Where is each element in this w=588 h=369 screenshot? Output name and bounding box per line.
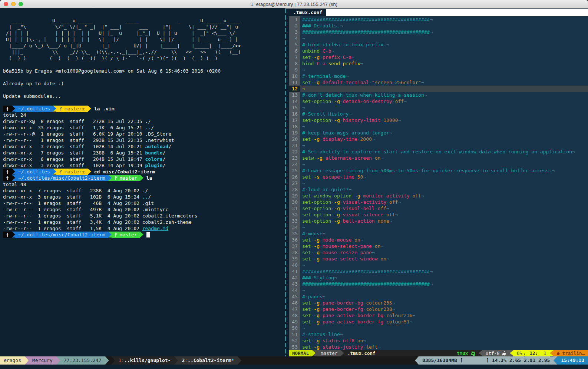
shell-prompt-row: †~/.dotfiles/misc/Cobalt2-itermmasterla: [3, 175, 285, 181]
line-number: 32: [289, 212, 300, 218]
file-list-row: drwxr-xr-x 7 eragos staff 238B 6 Aug 15:…: [3, 150, 285, 156]
vim-line-52: 52set·-g·status-utf8·on¬: [289, 338, 588, 344]
zoom-button[interactable]: [19, 2, 23, 6]
vim-line-25: 25#·Lower·escape·timing·from·500ms·to·50…: [289, 167, 588, 174]
line-number: 12: [289, 86, 300, 92]
tmux-window-2-current[interactable]: 2:..Cobalt2-iterm*: [178, 356, 238, 365]
file-name: autoload: [145, 144, 169, 149]
vim-line-3: 3#######################################…: [289, 29, 588, 35]
vim-line-4: 4¬: [289, 35, 588, 41]
file-name: bundle: [145, 150, 163, 156]
line-number: 13: [289, 92, 300, 98]
line-number: 15: [289, 104, 300, 111]
prompt-git-segment: master±: [56, 106, 88, 112]
line-number: 8: [289, 60, 300, 67]
prompt-path-segment: ~/.dotfiles/misc/Cobalt2-iterm: [15, 232, 108, 238]
vim-line-2: 2###·Defaults.¬: [289, 23, 588, 29]
vim-line-12: 12¬: [289, 86, 588, 92]
vim-line-22: 22#·Set·ability·to·capture·on·start·and·…: [289, 149, 588, 155]
ascii-art-row: |____/ u \_)-\___/ u |_|U |_| U/| | |___…: [3, 43, 285, 49]
vim-line-18: 18¬: [289, 123, 588, 130]
shell-pane[interactable]: ____ U ___ u _____ _____ _ U _____ u ___…: [0, 8, 285, 356]
file-name: ./: [145, 119, 151, 124]
line-number: 53: [289, 344, 300, 350]
line-number: 35: [289, 230, 300, 237]
line-number: 1: [289, 16, 300, 23]
vim-line-37: 37set·-g·mouse-select-pane·on¬: [289, 243, 588, 249]
typed-command: la .vim: [94, 106, 115, 112]
prompt-status-segment: †: [3, 232, 12, 238]
tmux-window-1[interactable]: 1:..kills/gnuplot-: [115, 356, 175, 365]
close-button[interactable]: [4, 2, 8, 6]
vim-mode-indicator: NORMAL: [289, 350, 312, 356]
line-number: 47: [289, 306, 300, 312]
vim-pane[interactable]: .tmux.conf 1############################…: [289, 9, 588, 356]
line-number: 51: [289, 331, 300, 338]
line-number: 45: [289, 293, 300, 300]
shell-prompt-row: †~/.dotfilesmaster±cd misc/Cobalt2-iterm: [3, 169, 285, 175]
file-list-row: drwxr-xr-x 33 eragos staff 1,1K 6 Aug 15…: [3, 124, 285, 131]
vim-line-24: 24¬: [289, 161, 588, 167]
vim-line-32: 32set-option·-g·visual-silence·off¬: [289, 212, 588, 218]
vim-line-45: 45#·panes¬: [289, 293, 588, 300]
prompt-path-segment: ~/.dotfiles/misc/Cobalt2-iterm: [15, 175, 108, 181]
git-branch-icon: [59, 106, 63, 111]
line-number: 29: [289, 193, 300, 199]
line-number: 10: [289, 73, 300, 79]
line-number: 20: [289, 136, 300, 142]
vim-line-9: 9¬: [289, 67, 588, 73]
line-number: 43: [289, 281, 300, 287]
file-name: plugin: [145, 163, 163, 168]
vim-line-16: 16#·Scroll·History¬: [289, 111, 588, 117]
prompt-git-segment: master±: [56, 169, 88, 175]
file-list-row: drwxr-xr-x 7 eragos staff 238B 4 Aug 20:…: [3, 187, 285, 194]
vim-line-41: 41######################################…: [289, 268, 588, 275]
vim-line-31: 31set-option·-g·visual-bell·off¬: [289, 205, 588, 212]
file-name: .DS_Store: [145, 131, 171, 137]
vim-line-13: 13#·don't·detach·tmux·when·killing·a·ses…: [289, 92, 588, 98]
line-number: 48: [289, 312, 300, 319]
terminal-blank-row: [3, 74, 285, 80]
line-number: 17: [289, 117, 300, 123]
line-number: 6: [289, 48, 300, 54]
tmux-pane-divider[interactable]: [285, 9, 286, 356]
line-number: 26: [289, 174, 300, 180]
file-list-row: -rw-r--r-- 1 eragos staff 293B 15 Jul 22…: [3, 137, 285, 143]
vim-tab-filename[interactable]: .tmux.conf: [289, 9, 326, 16]
typed-command: la: [146, 175, 152, 181]
line-number: 25: [289, 167, 300, 174]
file-list-row: -rw-r--r-- 1 eragos staff 3,4K 4 Aug 20:…: [3, 219, 285, 225]
line-number: 42: [289, 275, 300, 281]
statusline-filename: .tmux.conf: [344, 350, 379, 356]
prompt-path-segment: ~/.dotfiles: [15, 106, 53, 112]
vim-line-46: 46set·-g·pane-border-bg·colour235¬: [289, 300, 588, 306]
line-number: 27: [289, 180, 300, 186]
file-list-row: drwxr-xr-x@ 8 eragos staff 272B 15 Jul 2…: [3, 118, 285, 124]
line-number: 16: [289, 111, 300, 117]
line-number: 37: [289, 243, 300, 249]
tmux-user-segment: eragos: [0, 356, 25, 365]
line-number: 24: [289, 161, 300, 167]
minimize-button[interactable]: [11, 2, 16, 6]
line-number: 39: [289, 256, 300, 262]
vim-line-39: 39set·-g·mouse-select-window·on¬: [289, 256, 588, 262]
file-name: .minttyrc: [142, 207, 168, 212]
file-list-row: drwxr-xr-x 6 eragos staff 204B 15 Jul 19…: [3, 156, 285, 162]
terminal-blank-row: [3, 62, 285, 68]
line-number: 34: [289, 224, 300, 230]
file-name: ..: [142, 194, 148, 200]
typed-command: cd misc/Cobalt2-iterm: [94, 169, 155, 174]
vim-line-5: 5#·bind·ctrl+a·to·tmux·prefix.¬: [289, 41, 588, 48]
line-number: 2: [289, 23, 300, 29]
ascii-art-row: (__)_) (__) (__) (__)(__)(_/ \_)-´ `-(_/…: [3, 55, 285, 62]
vim-line-11: 11set·-g·default-terminal·"screen-256col…: [289, 79, 588, 86]
vim-line-49: 49set·-g·pane-active-border-fg·colour51¬: [289, 319, 588, 325]
line-number: 9: [289, 67, 300, 73]
file-name: .git: [142, 200, 154, 206]
ascii-art-row: ____ U ___ u _____ _____ _ U _____ u ___…: [3, 17, 285, 24]
ascii-art-row: |||_ \\ _// \\_ )(\\,-.-,_|___|_,-.// \\…: [3, 49, 285, 55]
titlebar[interactable]: 1. eragos@Mercury | 77.23.155.247 (sh): [0, 0, 588, 9]
vim-line-21: 21¬: [289, 142, 588, 149]
prompt-path-segment: ~/.dotfiles: [15, 169, 53, 175]
line-number: 52: [289, 338, 300, 344]
